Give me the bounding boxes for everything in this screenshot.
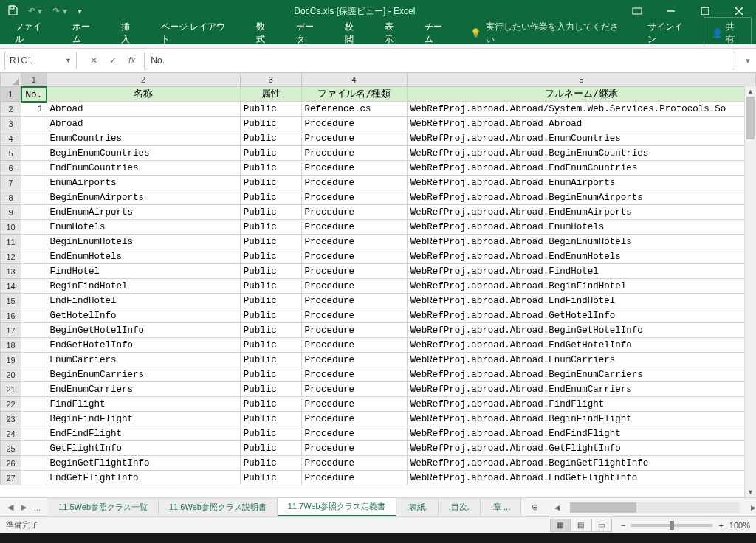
cell[interactable]: 属性: [240, 87, 301, 102]
cell[interactable]: [21, 426, 47, 441]
col-header-2[interactable]: 2: [47, 73, 240, 87]
scroll-down-icon[interactable]: ▼: [745, 487, 756, 497]
enter-formula-icon[interactable]: ✓: [109, 55, 117, 66]
cell[interactable]: EndEnumAirports: [47, 205, 240, 220]
col-header-4[interactable]: 4: [301, 73, 407, 87]
cell[interactable]: WebRefProj.abroad.Abroad.EnumCountries: [407, 131, 755, 146]
cell[interactable]: Procedure: [301, 412, 407, 426]
select-all-corner[interactable]: [1, 73, 21, 87]
cell[interactable]: EnumHotels: [47, 220, 240, 235]
sheet-tab[interactable]: .章 ...: [481, 498, 521, 516]
cell[interactable]: Procedure: [301, 264, 407, 279]
cell[interactable]: WebRefProj.abroad.Abroad.EnumAirports: [407, 176, 755, 190]
cell[interactable]: WebRefProj.abroad.Abroad.GetFlightInfo: [407, 441, 755, 456]
row-header[interactable]: 3: [1, 117, 21, 131]
cell[interactable]: EndFindHotel: [47, 294, 240, 308]
cell[interactable]: [21, 264, 47, 279]
tab-home[interactable]: ホーム: [62, 16, 109, 50]
cell[interactable]: Public: [240, 426, 301, 441]
cell[interactable]: WebRefProj.abroad.Abroad.BeginEnumHotels: [407, 235, 755, 249]
cell[interactable]: GetFlightInfo: [47, 441, 240, 456]
cell[interactable]: Public: [240, 220, 301, 235]
cell[interactable]: Procedure: [301, 471, 407, 485]
cell[interactable]: Procedure: [301, 117, 407, 131]
cell[interactable]: [21, 441, 47, 456]
sheet-nav-more[interactable]: ...: [34, 503, 41, 512]
row-header[interactable]: 23: [1, 412, 21, 426]
cell[interactable]: Procedure: [301, 338, 407, 353]
row-header[interactable]: 7: [1, 176, 21, 190]
cell[interactable]: EndFindFlight: [47, 426, 240, 441]
sheet-tab[interactable]: 11.5Web参照クラス一覧: [48, 498, 159, 516]
cell[interactable]: WebRefProj.abroad.Abroad.BeginEnumAirpor…: [407, 190, 755, 205]
cell[interactable]: BeginEnumCountries: [47, 146, 240, 161]
qat-customize-icon[interactable]: ▾: [78, 6, 82, 16]
cell[interactable]: Public: [240, 412, 301, 426]
cell[interactable]: Procedure: [301, 397, 407, 412]
cell[interactable]: [21, 131, 47, 146]
fx-icon[interactable]: fx: [128, 55, 135, 66]
cell[interactable]: FindHotel: [47, 264, 240, 279]
cell[interactable]: [21, 412, 47, 426]
cell[interactable]: BeginFindHotel: [47, 279, 240, 294]
cell[interactable]: WebRefProj.abroad.Abroad.EndGetHotelInfo: [407, 338, 755, 353]
row-header[interactable]: 6: [1, 161, 21, 176]
cell[interactable]: Procedure: [301, 353, 407, 367]
sign-in-button[interactable]: サインイン: [637, 16, 702, 50]
tab-formulas[interactable]: 数式: [246, 16, 284, 50]
share-button[interactable]: 👤 共有: [704, 17, 752, 49]
zoom-out-button[interactable]: −: [621, 521, 625, 530]
row-header[interactable]: 1: [1, 87, 21, 102]
cell[interactable]: Public: [240, 397, 301, 412]
cell[interactable]: BeginFindFlight: [47, 412, 240, 426]
row-header[interactable]: 24: [1, 426, 21, 441]
cell[interactable]: Abroad: [47, 117, 240, 131]
cell[interactable]: Public: [240, 338, 301, 353]
sheet-nav-prev-icon[interactable]: ◀: [7, 502, 13, 512]
row-header[interactable]: 14: [1, 279, 21, 294]
cell[interactable]: [21, 176, 47, 190]
scroll-up-icon[interactable]: ▲: [745, 86, 756, 97]
hscrollbar-thumb[interactable]: [570, 502, 636, 513]
row-header[interactable]: 18: [1, 338, 21, 353]
cell[interactable]: EndEnumCarriers: [47, 382, 240, 397]
col-header-1[interactable]: 1: [21, 73, 47, 87]
cell[interactable]: Public: [240, 190, 301, 205]
cell[interactable]: GetHotelInfo: [47, 308, 240, 323]
cell[interactable]: [21, 338, 47, 353]
cell[interactable]: [21, 308, 47, 323]
sheet-tab-active[interactable]: 11.7Web参照クラス定義書: [278, 498, 396, 516]
view-page-break-icon[interactable]: ▭: [591, 519, 612, 532]
zoom-in-button[interactable]: +: [718, 521, 723, 530]
cell[interactable]: EndGetHotelInfo: [47, 338, 240, 353]
cell[interactable]: Procedure: [301, 220, 407, 235]
cell[interactable]: WebRefProj.abroad.Abroad.EnumCarriers: [407, 353, 755, 367]
cell[interactable]: [21, 367, 47, 382]
row-header[interactable]: 8: [1, 190, 21, 205]
cell[interactable]: Public: [240, 294, 301, 308]
cell[interactable]: WebRefProj.abroad.Abroad.EndEnumHotels: [407, 249, 755, 264]
cell[interactable]: EndEnumHotels: [47, 249, 240, 264]
cell[interactable]: Public: [240, 441, 301, 456]
row-header[interactable]: 20: [1, 367, 21, 382]
cell[interactable]: WebRefProj.abroad.Abroad.Abroad: [407, 117, 755, 131]
zoom-slider[interactable]: [631, 524, 712, 527]
cell[interactable]: WebRefProj.abroad.Abroad.BeginFindHotel: [407, 279, 755, 294]
cell[interactable]: BeginEnumCarriers: [47, 367, 240, 382]
cell[interactable]: Procedure: [301, 161, 407, 176]
cell[interactable]: EnumAirports: [47, 176, 240, 190]
cell[interactable]: [21, 353, 47, 367]
cell[interactable]: Procedure: [301, 323, 407, 338]
row-header[interactable]: 12: [1, 249, 21, 264]
cell[interactable]: [21, 220, 47, 235]
cell[interactable]: [21, 205, 47, 220]
undo-icon[interactable]: ↶ ▾: [28, 6, 42, 16]
col-header-5[interactable]: 5: [407, 73, 755, 87]
cell[interactable]: BeginGetFlightInfo: [47, 456, 240, 471]
name-box-dropdown-icon[interactable]: ▼: [65, 57, 72, 64]
cell[interactable]: BeginGetHotelInfo: [47, 323, 240, 338]
row-header[interactable]: 17: [1, 323, 21, 338]
cell[interactable]: Procedure: [301, 131, 407, 146]
cell[interactable]: [21, 249, 47, 264]
cell[interactable]: WebRefProj.abroad.Abroad.BeginGetFlightI…: [407, 456, 755, 471]
